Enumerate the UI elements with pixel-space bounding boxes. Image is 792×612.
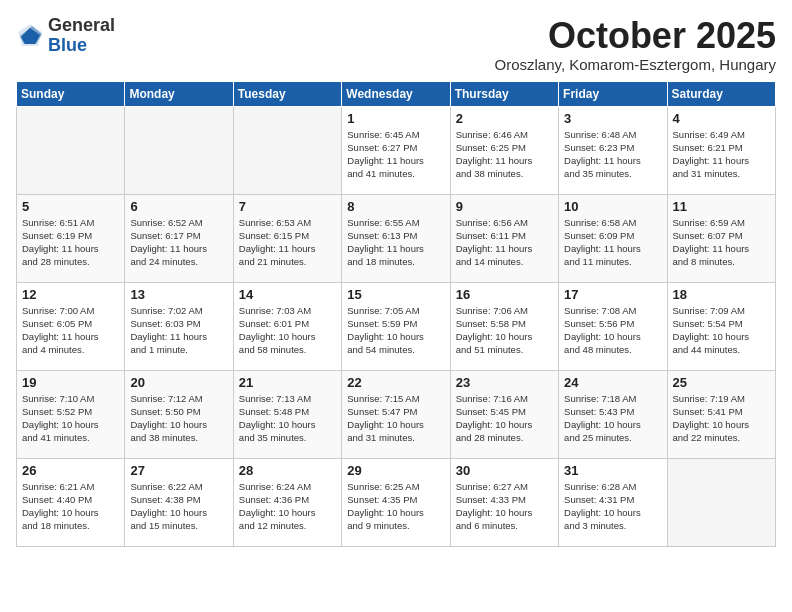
calendar-cell: 9Sunrise: 6:56 AM Sunset: 6:11 PM Daylig… <box>450 194 558 282</box>
calendar-cell: 2Sunrise: 6:46 AM Sunset: 6:25 PM Daylig… <box>450 106 558 194</box>
calendar-cell <box>667 458 775 546</box>
calendar-cell: 13Sunrise: 7:02 AM Sunset: 6:03 PM Dayli… <box>125 282 233 370</box>
logo-blue: Blue <box>48 36 115 56</box>
calendar-cell: 14Sunrise: 7:03 AM Sunset: 6:01 PM Dayli… <box>233 282 341 370</box>
calendar-cell: 29Sunrise: 6:25 AM Sunset: 4:35 PM Dayli… <box>342 458 450 546</box>
day-number: 4 <box>673 111 770 126</box>
calendar-cell: 15Sunrise: 7:05 AM Sunset: 5:59 PM Dayli… <box>342 282 450 370</box>
calendar-cell: 16Sunrise: 7:06 AM Sunset: 5:58 PM Dayli… <box>450 282 558 370</box>
logo: General Blue <box>16 16 115 56</box>
calendar-cell: 31Sunrise: 6:28 AM Sunset: 4:31 PM Dayli… <box>559 458 667 546</box>
logo-general: General <box>48 16 115 36</box>
day-number: 3 <box>564 111 661 126</box>
day-number: 21 <box>239 375 336 390</box>
calendar-cell: 30Sunrise: 6:27 AM Sunset: 4:33 PM Dayli… <box>450 458 558 546</box>
day-info: Sunrise: 7:05 AM Sunset: 5:59 PM Dayligh… <box>347 304 444 357</box>
day-info: Sunrise: 6:28 AM Sunset: 4:31 PM Dayligh… <box>564 480 661 533</box>
calendar-cell: 26Sunrise: 6:21 AM Sunset: 4:40 PM Dayli… <box>17 458 125 546</box>
day-number: 10 <box>564 199 661 214</box>
calendar-cell: 7Sunrise: 6:53 AM Sunset: 6:15 PM Daylig… <box>233 194 341 282</box>
day-info: Sunrise: 6:53 AM Sunset: 6:15 PM Dayligh… <box>239 216 336 269</box>
calendar-cell: 27Sunrise: 6:22 AM Sunset: 4:38 PM Dayli… <box>125 458 233 546</box>
day-number: 26 <box>22 463 119 478</box>
day-number: 11 <box>673 199 770 214</box>
day-info: Sunrise: 6:46 AM Sunset: 6:25 PM Dayligh… <box>456 128 553 181</box>
weekday-header: Saturday <box>667 81 775 106</box>
day-info: Sunrise: 6:48 AM Sunset: 6:23 PM Dayligh… <box>564 128 661 181</box>
day-number: 30 <box>456 463 553 478</box>
calendar-cell: 25Sunrise: 7:19 AM Sunset: 5:41 PM Dayli… <box>667 370 775 458</box>
day-info: Sunrise: 7:19 AM Sunset: 5:41 PM Dayligh… <box>673 392 770 445</box>
day-info: Sunrise: 6:45 AM Sunset: 6:27 PM Dayligh… <box>347 128 444 181</box>
day-info: Sunrise: 7:09 AM Sunset: 5:54 PM Dayligh… <box>673 304 770 357</box>
calendar-cell: 24Sunrise: 7:18 AM Sunset: 5:43 PM Dayli… <box>559 370 667 458</box>
calendar-cell: 4Sunrise: 6:49 AM Sunset: 6:21 PM Daylig… <box>667 106 775 194</box>
day-info: Sunrise: 7:00 AM Sunset: 6:05 PM Dayligh… <box>22 304 119 357</box>
day-number: 9 <box>456 199 553 214</box>
calendar-week-row: 12Sunrise: 7:00 AM Sunset: 6:05 PM Dayli… <box>17 282 776 370</box>
calendar-cell <box>125 106 233 194</box>
day-info: Sunrise: 6:25 AM Sunset: 4:35 PM Dayligh… <box>347 480 444 533</box>
calendar-cell: 10Sunrise: 6:58 AM Sunset: 6:09 PM Dayli… <box>559 194 667 282</box>
day-info: Sunrise: 6:58 AM Sunset: 6:09 PM Dayligh… <box>564 216 661 269</box>
day-number: 17 <box>564 287 661 302</box>
day-info: Sunrise: 7:15 AM Sunset: 5:47 PM Dayligh… <box>347 392 444 445</box>
day-number: 25 <box>673 375 770 390</box>
calendar-week-row: 26Sunrise: 6:21 AM Sunset: 4:40 PM Dayli… <box>17 458 776 546</box>
calendar-cell: 22Sunrise: 7:15 AM Sunset: 5:47 PM Dayli… <box>342 370 450 458</box>
logo-icon <box>16 22 44 50</box>
day-number: 13 <box>130 287 227 302</box>
weekday-header: Tuesday <box>233 81 341 106</box>
day-info: Sunrise: 7:02 AM Sunset: 6:03 PM Dayligh… <box>130 304 227 357</box>
day-number: 24 <box>564 375 661 390</box>
day-info: Sunrise: 7:13 AM Sunset: 5:48 PM Dayligh… <box>239 392 336 445</box>
day-info: Sunrise: 6:21 AM Sunset: 4:40 PM Dayligh… <box>22 480 119 533</box>
weekday-header: Sunday <box>17 81 125 106</box>
calendar-table: SundayMondayTuesdayWednesdayThursdayFrid… <box>16 81 776 547</box>
calendar-week-row: 5Sunrise: 6:51 AM Sunset: 6:19 PM Daylig… <box>17 194 776 282</box>
day-info: Sunrise: 7:08 AM Sunset: 5:56 PM Dayligh… <box>564 304 661 357</box>
weekday-header: Thursday <box>450 81 558 106</box>
day-number: 8 <box>347 199 444 214</box>
logo-text: General Blue <box>48 16 115 56</box>
day-info: Sunrise: 7:16 AM Sunset: 5:45 PM Dayligh… <box>456 392 553 445</box>
day-number: 15 <box>347 287 444 302</box>
location-subtitle: Oroszlany, Komarom-Esztergom, Hungary <box>495 56 776 73</box>
day-number: 22 <box>347 375 444 390</box>
day-number: 6 <box>130 199 227 214</box>
day-info: Sunrise: 6:51 AM Sunset: 6:19 PM Dayligh… <box>22 216 119 269</box>
calendar-cell: 20Sunrise: 7:12 AM Sunset: 5:50 PM Dayli… <box>125 370 233 458</box>
day-number: 12 <box>22 287 119 302</box>
day-info: Sunrise: 6:52 AM Sunset: 6:17 PM Dayligh… <box>130 216 227 269</box>
calendar-cell: 12Sunrise: 7:00 AM Sunset: 6:05 PM Dayli… <box>17 282 125 370</box>
calendar-week-row: 19Sunrise: 7:10 AM Sunset: 5:52 PM Dayli… <box>17 370 776 458</box>
day-info: Sunrise: 6:27 AM Sunset: 4:33 PM Dayligh… <box>456 480 553 533</box>
month-title: October 2025 <box>495 16 776 56</box>
calendar-cell: 23Sunrise: 7:16 AM Sunset: 5:45 PM Dayli… <box>450 370 558 458</box>
day-number: 5 <box>22 199 119 214</box>
day-info: Sunrise: 7:12 AM Sunset: 5:50 PM Dayligh… <box>130 392 227 445</box>
page-header: General Blue October 2025 Oroszlany, Kom… <box>16 16 776 73</box>
day-number: 14 <box>239 287 336 302</box>
day-number: 29 <box>347 463 444 478</box>
day-number: 1 <box>347 111 444 126</box>
day-info: Sunrise: 6:56 AM Sunset: 6:11 PM Dayligh… <box>456 216 553 269</box>
day-number: 18 <box>673 287 770 302</box>
day-number: 19 <box>22 375 119 390</box>
day-number: 2 <box>456 111 553 126</box>
calendar-cell: 11Sunrise: 6:59 AM Sunset: 6:07 PM Dayli… <box>667 194 775 282</box>
weekday-header: Monday <box>125 81 233 106</box>
calendar-week-row: 1Sunrise: 6:45 AM Sunset: 6:27 PM Daylig… <box>17 106 776 194</box>
day-info: Sunrise: 7:03 AM Sunset: 6:01 PM Dayligh… <box>239 304 336 357</box>
day-info: Sunrise: 6:49 AM Sunset: 6:21 PM Dayligh… <box>673 128 770 181</box>
day-info: Sunrise: 6:24 AM Sunset: 4:36 PM Dayligh… <box>239 480 336 533</box>
weekday-header: Friday <box>559 81 667 106</box>
calendar-cell: 19Sunrise: 7:10 AM Sunset: 5:52 PM Dayli… <box>17 370 125 458</box>
day-number: 27 <box>130 463 227 478</box>
calendar-cell: 1Sunrise: 6:45 AM Sunset: 6:27 PM Daylig… <box>342 106 450 194</box>
calendar-cell: 18Sunrise: 7:09 AM Sunset: 5:54 PM Dayli… <box>667 282 775 370</box>
weekday-header-row: SundayMondayTuesdayWednesdayThursdayFrid… <box>17 81 776 106</box>
day-info: Sunrise: 6:55 AM Sunset: 6:13 PM Dayligh… <box>347 216 444 269</box>
day-number: 20 <box>130 375 227 390</box>
day-info: Sunrise: 7:06 AM Sunset: 5:58 PM Dayligh… <box>456 304 553 357</box>
